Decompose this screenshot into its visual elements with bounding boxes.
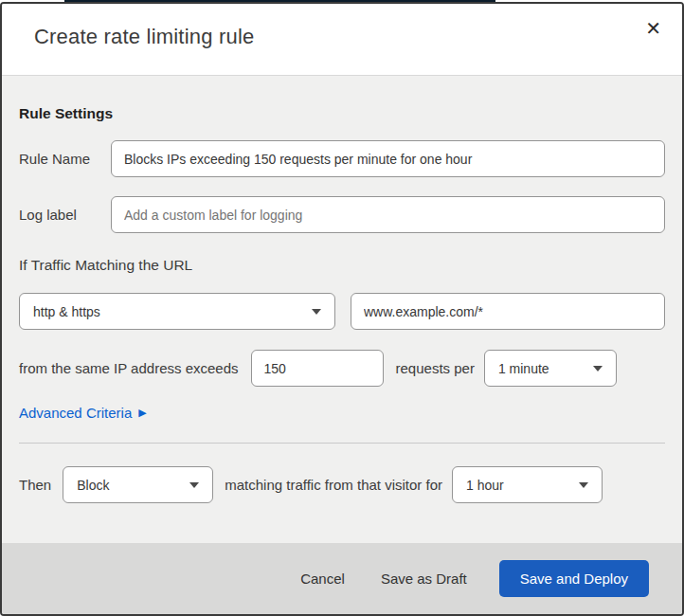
log-label-label: Log label [19, 207, 111, 223]
expand-right-icon: ▶ [138, 408, 146, 418]
then-middle-text: matching traffic from that visitor for [225, 477, 442, 493]
url-pattern-input[interactable] [351, 293, 665, 330]
scheme-select-value: http & https [33, 304, 100, 319]
dialog-body: Rule Settings Rule Name Log label If Tra… [2, 76, 682, 543]
then-prefix-text: Then [19, 477, 51, 493]
duration-select[interactable]: 1 hour [452, 466, 603, 503]
save-as-draft-button[interactable]: Save as Draft [377, 565, 471, 592]
cancel-button[interactable]: Cancel [297, 565, 349, 592]
action-select-value: Block [77, 478, 109, 493]
rule-name-row: Rule Name [19, 140, 665, 177]
log-label-row: Log label [19, 196, 665, 233]
threshold-row: from the same IP address exceeds request… [19, 350, 665, 387]
rule-name-label: Rule Name [19, 151, 111, 167]
rule-name-input[interactable] [111, 140, 665, 177]
save-and-deploy-button[interactable]: Save and Deploy [499, 560, 649, 597]
threshold-prefix-text: from the same IP address exceeds [19, 360, 239, 376]
section-divider [19, 443, 665, 444]
traffic-match-heading: If Traffic Matching the URL [19, 257, 665, 274]
request-count-input[interactable] [251, 350, 384, 387]
chevron-down-icon [579, 482, 588, 488]
action-select[interactable]: Block [63, 466, 213, 503]
rule-settings-heading: Rule Settings [19, 105, 665, 122]
period-select-value: 1 minute [498, 361, 549, 376]
period-select[interactable]: 1 minute [484, 350, 617, 387]
chevron-down-icon [312, 309, 321, 315]
advanced-criteria-label: Advanced Criteria [19, 405, 132, 421]
create-rate-limiting-rule-dialog: Create rate limiting rule ✕ Rule Setting… [0, 2, 684, 616]
duration-select-value: 1 hour [466, 478, 504, 493]
threshold-middle-text: requests per [396, 360, 475, 376]
dialog-title: Create rate limiting rule [34, 25, 254, 49]
chevron-down-icon [593, 366, 603, 371]
advanced-criteria-link[interactable]: Advanced Criteria ▶ [19, 405, 147, 421]
url-match-row: http & https [19, 293, 665, 330]
chevron-down-icon [189, 482, 199, 488]
dialog-footer: Cancel Save as Draft Save and Deploy [2, 543, 682, 614]
close-icon[interactable]: ✕ [641, 15, 665, 42]
dialog-header: Create rate limiting rule ✕ [2, 4, 682, 76]
log-label-input[interactable] [111, 196, 665, 233]
scheme-select[interactable]: http & https [19, 293, 335, 330]
then-action-row: Then Block matching traffic from that vi… [19, 466, 665, 503]
